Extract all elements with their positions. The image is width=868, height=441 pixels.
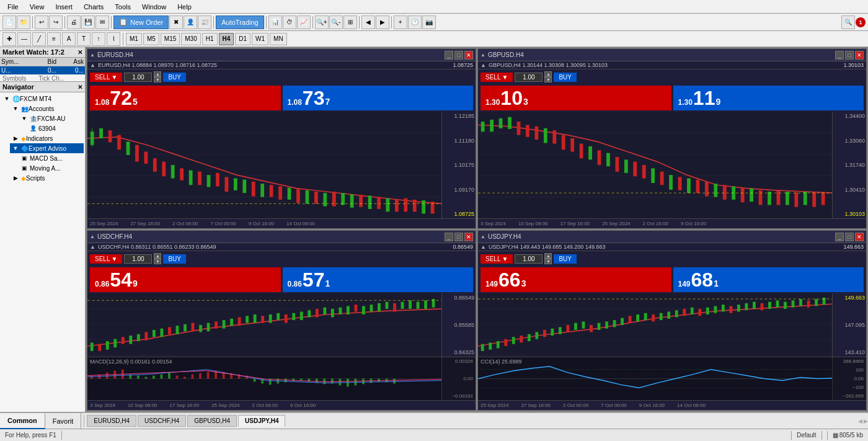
clock-btn[interactable]: 🕐 [408, 16, 422, 29]
nav-indicators[interactable]: ▶ ◆ Indicators [10, 133, 84, 143]
mw-tab-symbols[interactable]: Symbols [2, 75, 26, 82]
menu-file[interactable]: File [2, 2, 24, 12]
usdchf-buy-price[interactable]: 0.86 57 1 [283, 267, 474, 292]
scroll-right-icon[interactable]: ▶ [864, 418, 868, 424]
usdchf-lot-down[interactable]: ▼ [154, 259, 161, 264]
tile-btn[interactable]: ⊞ [343, 16, 357, 29]
usdjpy-sell-price[interactable]: 149 66 3 [480, 267, 671, 292]
navigator-close[interactable]: ✕ [78, 84, 82, 91]
gbpusd-lot-input[interactable] [515, 73, 542, 82]
usdchf-maximize[interactable]: □ [454, 233, 463, 241]
gbpusd-buy-btn[interactable]: BUY [554, 73, 577, 82]
fib-btn[interactable]: ⌇ [107, 32, 120, 46]
usdjpy-close[interactable]: ✕ [855, 233, 864, 241]
new-order-button[interactable]: 📋 New Order [113, 16, 169, 29]
eurusd-buy-btn[interactable]: BUY [163, 73, 186, 82]
gbpusd-sell-btn[interactable]: SELL ▼ [480, 73, 513, 82]
screenshot-btn[interactable]: 📷 [422, 16, 436, 29]
gbpusd-close[interactable]: ✕ [855, 51, 864, 60]
tf-m15[interactable]: M15 [161, 33, 180, 45]
scroll-left-icon[interactable]: ◀ [858, 418, 862, 424]
gbpusd-sell-price[interactable]: 1.30 10 3 [480, 86, 671, 110]
minus-line-btn[interactable]: — [17, 32, 31, 46]
nav-scripts[interactable]: ▶ ◆ Scripts [10, 173, 84, 183]
nav-macd[interactable]: ▣ MACD Sa... [19, 153, 84, 163]
eurusd-close[interactable]: ✕ [464, 51, 473, 60]
tf-m30[interactable]: M30 [181, 33, 200, 45]
label-btn[interactable]: T [77, 32, 91, 46]
tf-m5[interactable]: M5 [143, 33, 159, 45]
nav-moving-avg[interactable]: ▣ Moving A... [19, 163, 84, 173]
eurusd-lot-down[interactable]: ▼ [154, 77, 161, 82]
nav-fxcm-au[interactable]: ▼ 🏦 FXCM-AU [19, 114, 84, 123]
tf-h4[interactable]: H4 [219, 33, 234, 45]
chart-tab-gbpusd[interactable]: GBPUSD,H4 [187, 415, 237, 427]
nav-expert-advisors[interactable]: ▼ 🔷 Expert Adviso [10, 143, 84, 153]
autotrading-button[interactable]: AutoTrading [216, 16, 264, 29]
usdchf-close[interactable]: ✕ [464, 233, 473, 241]
menu-charts[interactable]: Charts [79, 2, 108, 12]
usdjpy-sell-btn[interactable]: SELL ▼ [480, 254, 513, 264]
menu-help[interactable]: Help [172, 2, 197, 12]
mw-row-eurusd[interactable]: U... 0... 0... [0, 66, 85, 75]
usdchf-sell-btn[interactable]: SELL ▼ [90, 254, 122, 264]
accounts-btn[interactable]: 👤 [184, 16, 197, 29]
mw-tab-tick[interactable]: Tick Ch... [38, 75, 64, 82]
gbpusd-maximize[interactable]: □ [845, 51, 854, 60]
usdjpy-lot-input[interactable] [515, 254, 542, 264]
market-watch-close[interactable]: ✕ [78, 49, 82, 56]
nav-fxcm-mt4[interactable]: ▼ 🌐 FXCM MT4 [1, 94, 84, 104]
menu-tools[interactable]: Tools [110, 2, 136, 12]
usdchf-minimize[interactable]: _ [445, 233, 453, 241]
usdchf-sell-price[interactable]: 0.86 54 9 [90, 267, 281, 292]
tf-h1[interactable]: H1 [202, 33, 218, 45]
gbpusd-buy-price[interactable]: 1.30 11 9 [673, 86, 864, 110]
eurusd-lot-input[interactable] [124, 73, 152, 82]
usdjpy-lot-up[interactable]: ▲ [544, 253, 552, 259]
eurusd-buy-price[interactable]: 1.08 73 7 [283, 86, 474, 110]
tab-favorites[interactable]: Favorit [45, 413, 82, 429]
usdchf-lot-input[interactable] [124, 254, 152, 264]
periods-btn[interactable]: ⏱ [283, 16, 296, 29]
gbpusd-lot-down[interactable]: ▼ [544, 77, 552, 82]
eurusd-maximize[interactable]: □ [454, 51, 463, 60]
usdjpy-buy-price[interactable]: 149 68 1 [673, 267, 864, 292]
menu-window[interactable]: Window [137, 2, 171, 12]
eurusd-lot-up[interactable]: ▲ [154, 71, 161, 77]
tab-common[interactable]: Common [0, 413, 45, 429]
chart-tab-usdchf[interactable]: USDCHF,H4 [138, 415, 186, 427]
eurusd-minimize[interactable]: _ [445, 51, 453, 60]
search-btn[interactable]: 🔍 [841, 16, 855, 29]
nav-account-number[interactable]: 👤 63904 [27, 123, 84, 133]
tf-m1[interactable]: M1 [126, 33, 142, 45]
usdchf-buy-btn[interactable]: BUY [163, 254, 186, 264]
trendline-btn[interactable]: ╱ [32, 32, 46, 46]
tf-w1[interactable]: W1 [252, 33, 268, 45]
usdjpy-lot-down[interactable]: ▼ [544, 259, 552, 264]
tf-mn[interactable]: MN [270, 33, 287, 45]
chart-type-btn[interactable]: 📈 [297, 16, 311, 29]
close-order-btn[interactable]: ✖ [169, 16, 183, 29]
indicators-btn[interactable]: 📊 [268, 16, 282, 29]
scroll-left-btn[interactable]: ◀ [361, 16, 375, 29]
menu-view[interactable]: View [25, 2, 50, 12]
scroll-right-btn[interactable]: ▶ [376, 16, 389, 29]
open-btn[interactable]: 📁 [17, 16, 30, 29]
print-btn[interactable]: 🖨 [67, 16, 81, 29]
eurusd-sell-price[interactable]: 1.08 72 5 [90, 86, 281, 110]
redo-btn[interactable]: ↪ [49, 16, 63, 29]
text-btn[interactable]: A [62, 32, 76, 46]
undo-btn[interactable]: ↩ [35, 16, 48, 29]
usdjpy-maximize[interactable]: □ [845, 233, 854, 241]
arrow-btn[interactable]: ↑ [92, 32, 105, 46]
nav-accounts[interactable]: ▼ 👥 Accounts [10, 104, 84, 114]
usdchf-lot-up[interactable]: ▲ [154, 253, 161, 259]
chart-tab-eurusd[interactable]: EURUSD,H4 [87, 415, 136, 427]
buy-btn-toolbar[interactable]: + [394, 16, 407, 29]
channel-btn[interactable]: ≡ [47, 32, 61, 46]
chart-tab-usdjpy[interactable]: USDJPY,H4 [238, 415, 285, 427]
news-btn[interactable]: 📰 [198, 16, 211, 29]
gbpusd-minimize[interactable]: _ [835, 51, 844, 60]
usdjpy-buy-btn[interactable]: BUY [554, 254, 577, 264]
menu-insert[interactable]: Insert [50, 2, 78, 12]
